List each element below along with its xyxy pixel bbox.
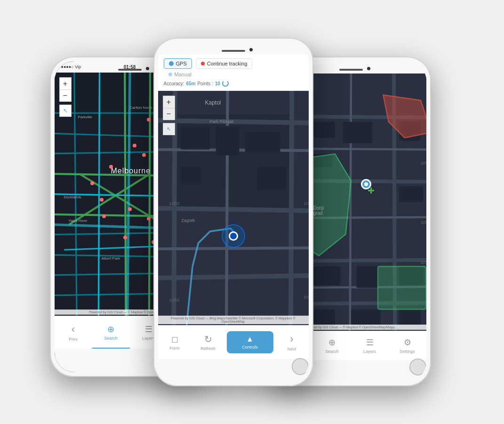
settings-icon-right: ⚙ [404,337,411,348]
compass-center[interactable]: ↖ [163,123,175,135]
speaker-right [339,69,363,71]
map-dot-9 [128,207,132,211]
svg-rect-68 [351,310,381,326]
refresh-label-center: Refresh [200,346,216,351]
nav-prev-left[interactable]: ‹ Prev [55,323,92,342]
area-docklands: Docklands [64,195,81,199]
prev-label-left: Prev [69,337,78,342]
map-dot-6 [109,165,113,169]
gps-manual-row: Manual [164,71,303,78]
map-dot-8 [100,198,104,202]
gps-panel: GPS Continue tracking Manual Accuracy: [158,55,309,91]
nav-settings-right[interactable]: ⚙ Settings [389,337,426,354]
svg-line-19 [125,73,126,316]
svg-text:1050: 1050 [169,297,180,302]
svg-rect-60 [343,122,372,143]
zoom-out-center[interactable]: − [163,108,175,120]
svg-line-37 [158,248,309,249]
svg-line-33 [158,275,309,278]
dark-map-center: 1050 1050 1050 1050 Kaptol Park Ribnjak … [158,91,309,325]
nav-search-left[interactable]: ⊕ Search [92,324,130,341]
svg-text:1050: 1050 [420,161,426,165]
map-dot-7 [90,181,94,185]
plus-icon-right: ✚ [368,186,375,196]
camera-center [249,48,253,51]
accuracy-label: Accuracy: [164,81,184,86]
search-label-left: Search [104,336,118,341]
nav-indicator-left [92,348,130,349]
status-carrier-left: ●●●●○ Vip [61,65,107,69]
settings-label-right: Settings [400,349,415,354]
svg-rect-39 [181,126,210,150]
map-controls-center: + − ↖ [163,96,175,135]
svg-rect-65 [356,267,378,288]
zoom-out-left[interactable]: − [59,90,72,102]
area-parkville: Parkville [78,115,92,119]
svg-text:1050: 1050 [169,201,180,206]
accuracy-row: Accuracy: 65m Points : 10 [164,80,303,87]
next-label-center: Next [288,347,296,351]
area-yarra: Yarra River [69,219,88,223]
svg-text:1050: 1050 [304,294,309,300]
kaptol-label: Kaptol [205,99,221,106]
search-icon-right: ⊕ [328,337,336,348]
refresh-icon-gps[interactable] [222,80,229,87]
home-button-right[interactable] [409,359,426,375]
map-controls-left: + − ↖ [59,77,72,117]
layers-label-right: Layers [363,349,376,354]
svg-rect-67 [313,310,335,326]
nav-refresh-center[interactable]: ↻ Refresh [192,334,225,351]
manual-option[interactable]: Manual [164,71,196,78]
svg-rect-41 [245,132,280,152]
gps-option-btn[interactable]: GPS [164,58,192,69]
donji-grad-label: Donjigrad [313,205,324,216]
form-label-center: Form [170,346,180,351]
center-map-svg: 1050 1050 1050 1050 [158,91,309,325]
svg-text:1050: 1050 [420,220,426,224]
compass-left[interactable]: ↖ [59,105,72,117]
nav-controls-center[interactable]: ▲ Controls [227,331,273,353]
map-center: 1050 1050 1050 1050 Kaptol Park Ribnjak … [158,91,309,325]
svg-line-32 [158,208,309,211]
location-marker-center [222,224,245,248]
gps-options-row: GPS Continue tracking [164,58,303,69]
map-dot-4 [133,144,136,147]
svg-rect-64 [313,267,340,285]
location-outer [222,224,245,248]
area-albert: Albert Park [102,256,120,261]
zoom-in-left[interactable]: + [59,77,72,90]
form-icon-center: ◻ [171,334,178,344]
phones-container: ●●●●○ Vip 01:58 ✦ [40,19,464,405]
city-label-melbourne: Melbourne [111,167,151,175]
svg-text:1050: 1050 [420,260,426,265]
speaker-left [118,69,142,71]
home-button-center[interactable] [292,358,309,375]
location-pin-right: ✚ [361,179,371,189]
attribution-center: Powered by GIS Cloud — Bing Maps/Satelli… [158,316,309,324]
continue-label: Continue tracking [207,61,248,66]
continue-tracking-btn[interactable]: Continue tracking [196,58,253,69]
nav-form-center[interactable]: ◻ Form [158,334,192,351]
gps-dot-active [169,61,174,66]
map-dot-14 [123,236,127,239]
next-icon-center: › [290,333,293,345]
nav-layers-right[interactable]: ☰ Layers [351,337,389,354]
manual-dot [168,73,172,76]
svg-rect-59 [313,122,335,138]
search-icon-left: ⊕ [107,324,114,334]
svg-line-24 [98,73,99,316]
controls-icon-center: ▲ [246,335,254,343]
red-dot-continue [201,62,205,65]
nav-next-center[interactable]: › Next [275,333,309,351]
zagreb-label: Zagreb [182,218,195,223]
svg-line-35 [290,91,291,325]
phone-center: GPS Continue tracking Manual Accuracy: [153,38,313,386]
svg-rect-69 [399,310,421,326]
zoom-in-center[interactable]: + [163,96,175,108]
prev-icon-left: ‹ [72,323,75,335]
controls-label-center: Controls [242,345,258,350]
layers-icon-left: ☰ [145,324,152,334]
map-dot-15 [102,214,106,218]
nav-search-right[interactable]: ⊕ Search [313,337,351,354]
svg-line-58 [350,73,351,331]
